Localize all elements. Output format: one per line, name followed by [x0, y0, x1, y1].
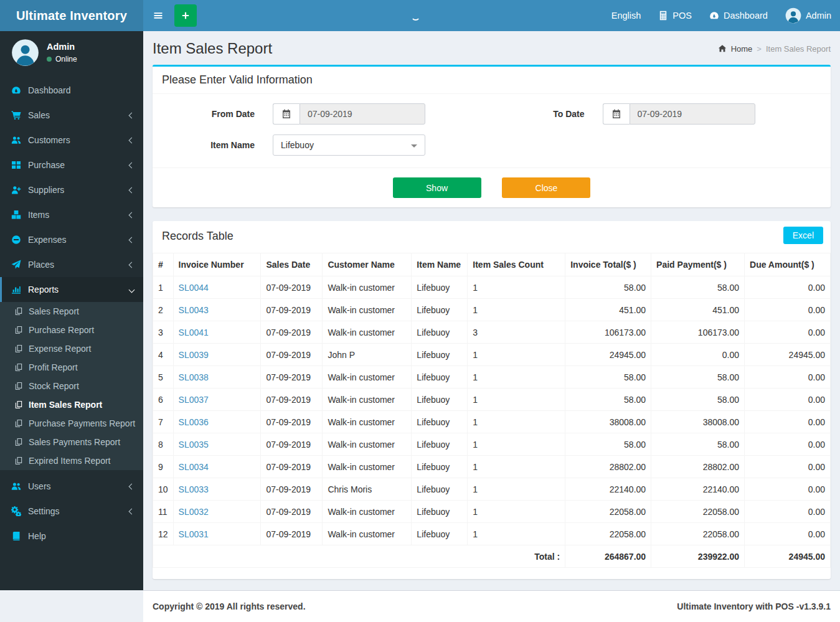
sidebar-item-label: Suppliers	[28, 185, 64, 195]
calendar-addon	[603, 103, 630, 125]
nav-user[interactable]: Admin	[776, 0, 840, 31]
invoice-link[interactable]: SL0044	[179, 283, 209, 293]
invoice-link[interactable]: SL0032	[179, 507, 209, 517]
invoice-link[interactable]: SL0038	[179, 372, 209, 382]
sidebar-subitem[interactable]: Item Sales Report	[0, 395, 143, 414]
cell-customer: Walk-in customer	[323, 456, 412, 478]
column-header[interactable]: Invoice Number	[173, 253, 261, 276]
sidebar-item-help[interactable]: Help	[0, 524, 143, 549]
show-button[interactable]: Show	[393, 177, 481, 198]
sidebar-item-settings[interactable]: Settings	[0, 499, 143, 524]
invoice-link[interactable]: SL0036	[179, 417, 209, 427]
sidebar-item-suppliers[interactable]: Suppliers	[0, 177, 143, 202]
nav-dashboard[interactable]: Dashboard	[701, 0, 776, 31]
invoice-link[interactable]: SL0043	[179, 305, 209, 315]
column-header[interactable]: Item Name	[412, 253, 468, 276]
breadcrumb: Home > Item Sales Report	[718, 44, 831, 54]
invoice-link[interactable]: SL0035	[179, 440, 209, 450]
cell-invoice: SL0037	[173, 389, 261, 411]
invoice-link[interactable]: SL0031	[179, 529, 209, 539]
sidebar-subitem[interactable]: Profit Report	[0, 358, 143, 377]
column-header[interactable]: Invoice Total($ )	[565, 253, 651, 276]
column-header[interactable]: Sales Date	[261, 253, 323, 276]
column-header[interactable]: Customer Name	[323, 253, 412, 276]
cell-sales-date: 07-09-2019	[261, 344, 323, 366]
cell-due-amount: 0.00	[745, 276, 831, 299]
cell-item: Lifebuoy	[412, 501, 468, 523]
sidebar-item-expenses[interactable]: Expenses	[0, 227, 143, 252]
cubes-icon	[11, 210, 21, 220]
add-button[interactable]	[174, 4, 197, 27]
cell-count: 1	[468, 501, 565, 523]
cell-invoice: SL0036	[173, 411, 261, 433]
sidebar-subitem[interactable]: Expense Report	[0, 339, 143, 358]
item-name-select[interactable]: Lifebuoy	[273, 134, 425, 156]
to-date-input[interactable]	[630, 103, 755, 125]
cell-customer: Walk-in customer	[323, 366, 412, 389]
sidebar-item-label: Dashboard	[28, 85, 71, 95]
sidebar-subitem[interactable]: Purchase Payments Report	[0, 414, 143, 433]
cell-customer: Walk-in customer	[323, 276, 412, 299]
sidebar-item-customers[interactable]: Customers	[0, 128, 143, 153]
excel-export-button[interactable]: Excel	[783, 227, 823, 244]
avatar	[11, 39, 39, 67]
sidebar-user-status[interactable]: Online	[47, 55, 77, 64]
sidebar-item-users[interactable]: Users	[0, 474, 143, 499]
sidebar-item-sales[interactable]: Sales	[0, 103, 143, 128]
breadcrumb-home-link[interactable]: Home	[731, 44, 753, 54]
cell-invoice-total: 58.00	[565, 276, 651, 299]
sidebar-subitem[interactable]: Stock Report	[0, 377, 143, 395]
cell-row-number: 3	[153, 321, 174, 344]
cell-sales-date: 07-09-2019	[261, 276, 323, 299]
from-date-input[interactable]	[300, 103, 425, 125]
cell-sales-date: 07-09-2019	[261, 523, 323, 545]
cart-icon	[11, 110, 21, 120]
breadcrumb-separator: >	[757, 44, 762, 54]
table-row: 5 SL0038 07-09-2019 Walk-in customer Lif…	[153, 366, 831, 389]
cell-due-amount: 0.00	[745, 321, 831, 344]
cell-count: 1	[468, 411, 565, 433]
invoice-link[interactable]: SL0037	[179, 395, 209, 405]
invoice-link[interactable]: SL0033	[179, 484, 209, 494]
cell-count: 1	[468, 456, 565, 478]
close-button[interactable]: Close	[502, 177, 590, 198]
sidebar-item-purchase[interactable]: Purchase	[0, 153, 143, 177]
hamburger-icon	[153, 11, 163, 21]
sidebar-item-label: Expenses	[28, 235, 66, 245]
sidebar-item-label: Items	[28, 210, 49, 220]
sidebar-item-dashboard[interactable]: Dashboard	[0, 78, 143, 103]
sidebar-subitem-label: Expense Report	[29, 344, 91, 354]
cell-count: 1	[468, 344, 565, 366]
table-total-row: Total : 264867.00 239922.00 24945.00	[153, 545, 831, 568]
invoice-link[interactable]: SL0034	[179, 462, 209, 472]
sidebar-item-places[interactable]: Places	[0, 252, 143, 277]
cell-count: 1	[468, 389, 565, 411]
table-row: 1 SL0044 07-09-2019 Walk-in customer Lif…	[153, 276, 831, 299]
nav-language[interactable]: English	[603, 0, 650, 31]
sidebar-subitem[interactable]: Sales Payments Report	[0, 433, 143, 451]
table-row: 7 SL0036 07-09-2019 Walk-in customer Lif…	[153, 411, 831, 433]
sidebar-subitem[interactable]: Purchase Report	[0, 321, 143, 339]
sidebar-toggle-button[interactable]	[143, 0, 173, 31]
nav-pos[interactable]: POS	[649, 0, 701, 31]
sidebar-subitem[interactable]: Sales Report	[0, 302, 143, 321]
main-footer: Copyright © 2019 All rights reserved. Ul…	[143, 590, 840, 622]
footer-copyright: Copyright © 2019 All rights reserved.	[153, 601, 306, 611]
column-header[interactable]: #	[153, 253, 174, 276]
column-header[interactable]: Item Sales Count	[468, 253, 565, 276]
column-header[interactable]: Paid Payment($ )	[651, 253, 745, 276]
sidebar-item-reports[interactable]: Reports	[0, 277, 143, 302]
table-row: 11 SL0032 07-09-2019 Walk-in customer Li…	[153, 501, 831, 523]
sidebar-item-items[interactable]: Items	[0, 202, 143, 227]
total-label: Total :	[153, 545, 565, 568]
calendar-icon	[281, 109, 291, 119]
copy-icon	[14, 307, 23, 316]
cell-sales-date: 07-09-2019	[261, 411, 323, 433]
cell-customer: Walk-in customer	[323, 321, 412, 344]
column-header[interactable]: Due Amount($ )	[745, 253, 831, 276]
table-row: 12 SL0031 07-09-2019 Walk-in customer Li…	[153, 523, 831, 545]
invoice-link[interactable]: SL0041	[179, 327, 209, 337]
brand-logo[interactable]: Ultimate Inventory	[0, 0, 143, 31]
sidebar-subitem[interactable]: Expired Items Report	[0, 451, 143, 470]
invoice-link[interactable]: SL0039	[179, 350, 209, 360]
